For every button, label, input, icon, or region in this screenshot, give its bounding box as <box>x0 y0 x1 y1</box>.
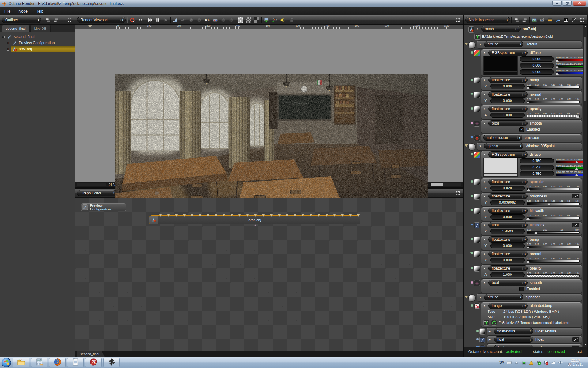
type-dropdown[interactable]: null emission▲▼ <box>483 135 522 141</box>
collapse-arrow-icon[interactable]: ▼ <box>483 52 486 54</box>
expand-all-icon[interactable] <box>521 17 528 23</box>
node-input-pin[interactable] <box>231 214 233 217</box>
inspector-selector-dropdown[interactable]: Node Inspector ▲▼ <box>466 17 510 23</box>
green-slider[interactable] <box>556 167 583 170</box>
texture-icon[interactable] <box>474 194 480 200</box>
minimize-button[interactable] <box>552 1 562 6</box>
mesh-icon[interactable] <box>468 26 474 33</box>
alpha-dark-icon[interactable] <box>253 17 260 23</box>
node-input-pin[interactable] <box>286 214 288 217</box>
slider-marker[interactable] <box>576 115 579 118</box>
curve-icon[interactable] <box>479 337 485 343</box>
value-field[interactable]: 0.000 <box>490 214 525 220</box>
pause-icon[interactable] <box>154 17 161 23</box>
value-field[interactable]: 1.000 <box>490 272 525 277</box>
type-dropdown[interactable]: diffuse▲▼ <box>484 294 523 300</box>
action-center-icon[interactable] <box>543 360 548 365</box>
save-image-icon[interactable] <box>263 17 270 23</box>
type-dropdown[interactable]: floattexture▲▼ <box>488 179 528 185</box>
value-field[interactable]: 0.000 <box>520 69 554 75</box>
arc7-obj-node[interactable]: arc7.obj <box>149 215 360 224</box>
render-viewport-canvas[interactable] <box>75 29 463 182</box>
slider-marker[interactable] <box>576 275 579 277</box>
save-render-state-icon[interactable] <box>271 17 277 23</box>
collapse-all-icon[interactable] <box>44 17 51 23</box>
spectrum-icon[interactable] <box>474 152 480 158</box>
green-slider[interactable] <box>556 65 583 68</box>
type-dropdown[interactable]: floattexture▲▼ <box>488 193 528 199</box>
restart-render-icon[interactable] <box>129 17 136 23</box>
collapse-box-icon[interactable]: − <box>2 36 5 38</box>
menu-help[interactable]: Help <box>36 9 43 13</box>
type-dropdown[interactable]: RGBspectrum▲▼ <box>488 151 528 158</box>
texture-icon[interactable] <box>474 208 480 214</box>
color-swatch[interactable] <box>483 158 518 177</box>
maximize-panel-icon[interactable] <box>454 190 461 197</box>
type-dropdown[interactable]: RGBspectrum▲▼ <box>488 50 528 56</box>
start-button[interactable] <box>1 358 11 368</box>
tab-live-db[interactable]: Live DB <box>30 25 51 32</box>
node-input-pin[interactable] <box>270 214 273 217</box>
value-field[interactable]: 0.000 <box>490 98 525 103</box>
collapse-arrow-icon[interactable]: ▼ <box>476 28 479 30</box>
node-input-pin[interactable] <box>357 214 360 217</box>
slider-marker[interactable] <box>526 101 530 103</box>
expand-arrow-icon[interactable]: ▶ <box>489 338 492 341</box>
collapse-arrow-icon[interactable]: ▼ <box>483 181 486 183</box>
value-field[interactable]: 0.750 <box>520 171 554 176</box>
import-icon[interactable] <box>474 34 481 40</box>
node-input-pin[interactable] <box>238 214 241 217</box>
type-dropdown[interactable]: mesh▲▼ <box>481 26 521 32</box>
expand-box-icon[interactable]: + <box>7 48 9 51</box>
maximize-panel-icon[interactable] <box>454 17 461 23</box>
tab-second-final[interactable]: second_final <box>2 25 30 32</box>
reload-icon[interactable] <box>491 320 497 326</box>
maximize-panel-icon[interactable] <box>579 17 586 23</box>
node-input-pin[interactable] <box>341 214 344 217</box>
texture-icon[interactable] <box>474 179 480 185</box>
type-dropdown[interactable]: floattexture▲▼ <box>488 91 528 98</box>
value-field[interactable]: 1.000 <box>490 113 525 118</box>
node-input-pin[interactable] <box>191 214 193 217</box>
node-input-pin[interactable] <box>183 214 186 217</box>
outliner-selector-dropdown[interactable]: Outliner ▲▼ <box>2 17 41 23</box>
collapse-arrow-icon[interactable]: ▼ <box>483 267 486 270</box>
checkbox[interactable] <box>519 287 524 291</box>
value-field[interactable]: 1.4500 <box>490 229 525 234</box>
slider-marker[interactable] <box>556 72 559 75</box>
blue-slider[interactable] <box>556 174 583 176</box>
language-indicator[interactable]: SV <box>499 360 504 365</box>
grey-slider[interactable] <box>527 101 580 103</box>
node-input-pin[interactable] <box>159 214 162 217</box>
slider-marker[interactable] <box>526 217 530 220</box>
expand-arrow-icon[interactable]: ▶ <box>489 330 492 333</box>
histogram-icon[interactable] <box>563 17 569 23</box>
recenter-icon[interactable] <box>137 17 144 23</box>
af-toggle-icon[interactable]: AF <box>204 17 211 23</box>
network-activity-icon[interactable] <box>521 360 526 365</box>
node-input-pin[interactable] <box>310 214 312 217</box>
graph-selector-dropdown[interactable]: Graph Editor ▲▼ <box>77 190 116 196</box>
volume-icon[interactable] <box>558 360 563 365</box>
node-input-pin[interactable] <box>262 214 265 217</box>
type-dropdown[interactable]: diffuse▲▼ <box>484 41 523 47</box>
keyboard-icon[interactable] <box>507 360 512 365</box>
slider-marker[interactable] <box>534 232 537 234</box>
node-input-pin[interactable] <box>302 214 304 217</box>
sphere-icon[interactable] <box>468 41 476 49</box>
collapse-arrow-icon[interactable]: ▼ <box>483 122 486 125</box>
close-button[interactable] <box>573 1 586 6</box>
type-dropdown[interactable]: float▲▼ <box>494 336 533 343</box>
texture-icon[interactable] <box>474 266 480 272</box>
curve-button[interactable] <box>572 337 580 342</box>
scrollbar-thumb[interactable] <box>584 37 587 101</box>
slider-marker[interactable] <box>556 59 559 62</box>
scroll-up-icon[interactable]: ▲ <box>583 25 587 28</box>
calculator-taskbar-button[interactable]: 8 <box>31 358 47 367</box>
sphere-icon[interactable] <box>468 143 476 151</box>
collapse-arrow-icon[interactable]: ▼ <box>483 238 486 241</box>
chevron-up-icon[interactable] <box>514 360 519 365</box>
grey-slider[interactable] <box>527 246 580 248</box>
viewport-selector-dropdown[interactable]: Render Viewport ▲▼ <box>77 17 126 23</box>
import-icon[interactable] <box>483 320 489 326</box>
